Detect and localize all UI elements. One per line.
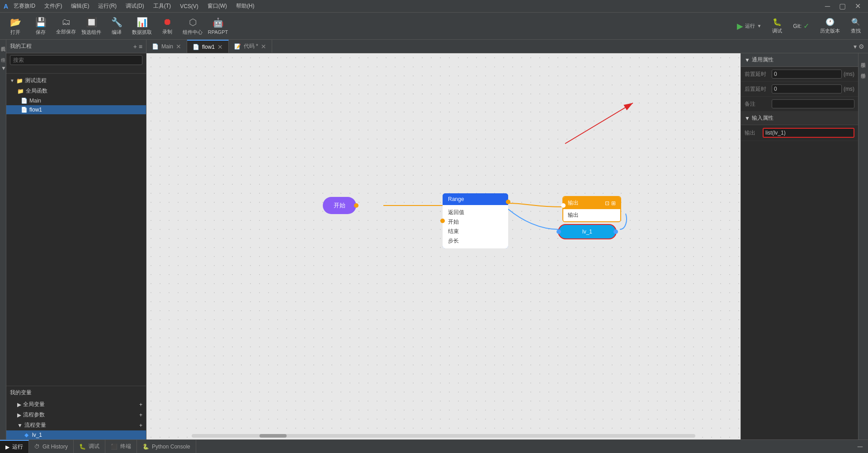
note-input[interactable] — [772, 99, 854, 108]
flow-icon-flow1: 📄 — [21, 107, 28, 113]
tree-item-flow1[interactable]: 📄 flow1 — [6, 105, 146, 114]
var-label-lv1: lv_1 — [32, 432, 42, 438]
tab-main[interactable]: 📄 Main ✕ — [146, 40, 187, 53]
menu-window[interactable]: 窗口(W) — [204, 1, 231, 11]
git-label: Git: — [793, 23, 802, 29]
search-button[interactable]: 🔍 查找 — [847, 16, 864, 36]
tab-flow1[interactable]: 📄 flow1 ✕ — [187, 40, 229, 53]
var-section-global[interactable]: ▶ 全局变量 + — [6, 399, 146, 410]
var-icon-lv1: ◆ — [24, 432, 28, 438]
output-node-body: 输出 — [563, 209, 620, 221]
tab-main-close[interactable]: ✕ — [176, 43, 181, 50]
bottom-tab-terminal[interactable]: ⬛ 终端 — [105, 440, 137, 453]
settings-project-icon[interactable]: ≡ — [139, 43, 142, 50]
canvas-area[interactable]: 开始 Range 返回值 开始 — [146, 53, 741, 439]
output-node-field: 输出 — [568, 211, 616, 219]
tree-item-test-flow[interactable]: ▼ 📁 测试流程 — [6, 75, 146, 86]
tab-code[interactable]: 📝 代码 * ✕ — [229, 40, 272, 53]
bottom-tab-git-history[interactable]: ⏱ Git History — [29, 440, 74, 453]
bottom-panel: ▶ 运行 ⏱ Git History 🐛 调试 ⬛ 终端 🐍 Python Co… — [0, 439, 868, 453]
vars-header[interactable]: 我的变量 — [6, 386, 146, 399]
run-button[interactable]: ▶ 运行 ▼ — [733, 19, 765, 33]
flow-params-label: 流程参数 — [23, 411, 45, 419]
tab-flow1-close[interactable]: ✕ — [217, 43, 223, 51]
node-output[interactable]: 输出 ⊡ ⊞ 输出 — [562, 196, 621, 222]
node-range[interactable]: Range 返回值 开始 结束 步长 — [443, 193, 508, 248]
maximize-button[interactable]: ▢ — [835, 2, 849, 10]
menu-run[interactable]: 运行(R) — [94, 1, 120, 11]
rpagpt-button[interactable]: 🤖 RPAGPT — [206, 14, 230, 38]
output-prop-row: 输出 — [741, 125, 858, 141]
menu-file[interactable]: 文件(F) — [41, 1, 66, 11]
tree-item-main[interactable]: 📄 Main — [6, 96, 146, 105]
debug-button[interactable]: 🐛 调试 — [769, 16, 786, 36]
start-node-output-port — [354, 203, 359, 208]
var-item-lv1[interactable]: ◆ lv_1 — [6, 430, 146, 439]
run-tab-icon: ▶ — [5, 444, 9, 450]
menu-tools[interactable]: 工具(T) — [150, 1, 175, 11]
output-prop-input[interactable] — [763, 128, 854, 138]
bottom-tab-python[interactable]: 🐍 Python Console — [137, 440, 196, 453]
compile-button[interactable]: 🔧 编译 — [105, 14, 128, 38]
menu-edit[interactable]: 编辑(E) — [67, 1, 93, 11]
record-label: 录制 — [162, 28, 172, 35]
open-button[interactable]: 📂 打开 — [4, 14, 27, 38]
properties-title: 通用属性 — [752, 56, 774, 64]
minimize-button[interactable]: ─ — [821, 2, 834, 10]
note-row: 备注 — [741, 97, 858, 112]
var-section-flow-vars[interactable]: ▼ 流程变量 + — [6, 420, 146, 430]
menu-help[interactable]: 帮助(H) — [232, 1, 258, 11]
folder-icon-global: 📁 — [17, 88, 24, 94]
global-var-arrow: ▶ — [17, 402, 21, 408]
debug-tab-icon: 🐛 — [79, 444, 86, 450]
node-start[interactable]: 开始 — [323, 197, 356, 214]
git-history-tab-label: Git History — [42, 444, 68, 450]
components-button[interactable]: ⬡ 组件中心 — [181, 14, 204, 38]
tab-settings-icon[interactable]: ⚙ — [859, 43, 864, 50]
tab-code-label: 代码 * — [244, 42, 258, 50]
variables-section: 我的变量 ▶ 全局变量 + ▶ 流程参数 + ▼ — [6, 386, 146, 439]
search-box: ▼ — [6, 53, 146, 74]
record-button[interactable]: ⏺ 录制 — [156, 14, 179, 38]
input-section-label: 输入属性 — [752, 114, 774, 122]
run-dropdown-icon[interactable]: ▼ — [757, 23, 761, 28]
tab-dropdown-icon[interactable]: ▾ — [854, 43, 857, 50]
search-input[interactable] — [10, 55, 142, 65]
bottom-tab-run[interactable]: ▶ 运行 — [0, 440, 29, 453]
project-tree: ▼ 📁 测试流程 📁 全局函数 📄 Main 📄 flow1 — [6, 74, 146, 116]
search-label: 查找 — [851, 28, 861, 34]
preview-button[interactable]: 🔲 预选组件 — [80, 14, 103, 38]
canvas-scrollbar-thumb[interactable] — [259, 434, 287, 438]
add-flow-params-icon[interactable]: + — [139, 412, 142, 418]
canvas-scrollbar-h[interactable] — [192, 434, 695, 438]
history-button[interactable]: 🕐 历史版本 — [816, 16, 844, 36]
add-flow-vars-icon[interactable]: + — [139, 422, 142, 429]
bottom-minimize-icon[interactable]: ─ — [856, 443, 864, 451]
menu-vcs[interactable]: VCS(V) — [176, 2, 202, 10]
save-all-button[interactable]: 🗂 全部保存 — [54, 14, 78, 38]
history-label: 历史版本 — [820, 28, 840, 34]
add-project-icon[interactable]: + — [133, 43, 137, 50]
data-capture-button[interactable]: 📊 数据抓取 — [130, 14, 154, 38]
search-dropdown-icon[interactable]: ▼ — [1, 65, 6, 71]
close-button[interactable]: ✕ — [851, 2, 864, 10]
tab-code-close[interactable]: ✕ — [261, 43, 266, 50]
debug-icon: 🐛 — [773, 18, 782, 26]
node-lv1[interactable]: lv_1 — [558, 224, 617, 239]
project-actions: + ≡ — [133, 43, 142, 50]
menu-debug[interactable]: 调试(D) — [122, 1, 148, 11]
tree-item-global-func[interactable]: 📁 全局函数 — [6, 86, 146, 96]
save-button[interactable]: 💾 保存 — [29, 14, 52, 38]
var-section-flow-params[interactable]: ▶ 流程参数 + — [6, 410, 146, 420]
pre-delay-input[interactable] — [772, 70, 842, 79]
tree-label-test-flow: 测试流程 — [25, 77, 47, 84]
component-manual-icon[interactable]: 组件手册 — [859, 66, 868, 73]
output-node-settings-icon[interactable]: ⊞ — [611, 200, 616, 206]
output-node-expand-icon[interactable]: ⊡ — [605, 200, 609, 206]
post-delay-input[interactable] — [772, 84, 842, 93]
folder-icon: 📁 — [16, 78, 23, 84]
template-manual-icon[interactable]: 模板手册 — [859, 55, 868, 62]
rpagpt-label: RPAGPT — [208, 29, 228, 35]
bottom-tab-debug[interactable]: 🐛 调试 — [74, 440, 105, 453]
add-global-var-icon[interactable]: + — [139, 402, 142, 408]
